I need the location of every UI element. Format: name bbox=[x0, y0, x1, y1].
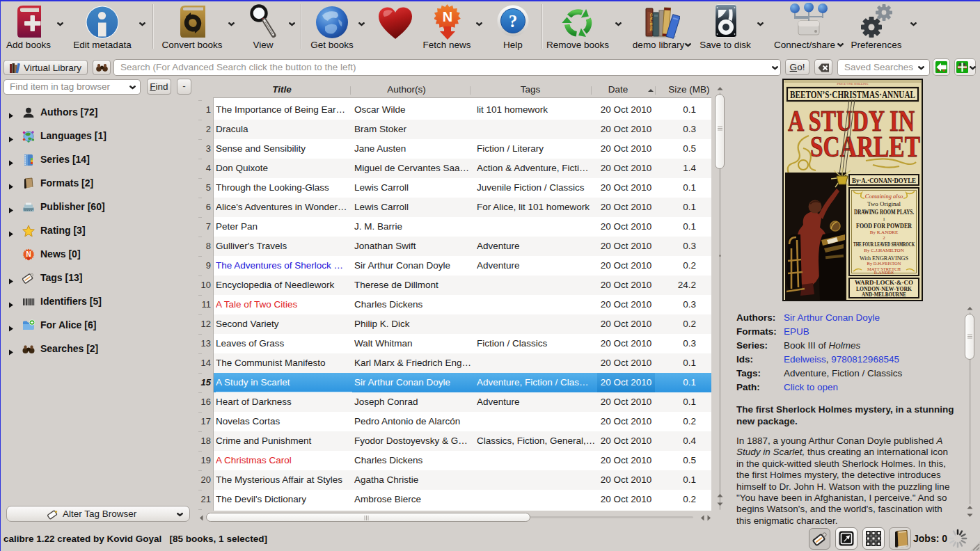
svg-text:FOOD FOR POWDER: FOOD FOR POWDER bbox=[856, 222, 912, 230]
svg-text:N: N bbox=[26, 250, 31, 258]
svg-text:THE FOUR LEAVED SHAMROCK: THE FOUR LEAVED SHAMROCK bbox=[853, 241, 915, 248]
svg-text:Containing also: Containing also bbox=[865, 193, 903, 200]
svg-text:By C.J.HAMILTON: By C.J.HAMILTON bbox=[864, 248, 903, 253]
svg-text:By R.ANDRE: By R.ANDRE bbox=[870, 230, 898, 235]
svg-text:N: N bbox=[443, 9, 452, 24]
svg-text:AND·MELBOURNE: AND·MELBOURNE bbox=[862, 292, 906, 298]
svg-text:PRICE ONE SHILLING: PRICE ONE SHILLING bbox=[837, 82, 869, 86]
svg-text:DRAWING ROOM PLAYS.: DRAWING ROOM PLAYS. bbox=[854, 209, 914, 216]
svg-text:By D.H.FRISTON: By D.H.FRISTON bbox=[867, 261, 901, 266]
svg-text:WARD·LOCK·&·CO: WARD·LOCK·&·CO bbox=[855, 279, 913, 286]
svg-text:SCARLET: SCARLET bbox=[810, 131, 920, 163]
svg-text:R.ANDRE: R.ANDRE bbox=[874, 270, 894, 275]
svg-text:1: 1 bbox=[883, 216, 885, 222]
svg-text:BEETON’S·CHRISTMAS·ANNUAL: BEETON’S·CHRISTMAS·ANNUAL bbox=[790, 89, 915, 100]
svg-text:2: 2 bbox=[883, 235, 885, 241]
svg-text:Two Original: Two Original bbox=[867, 200, 901, 207]
svg-text:By·A.·CONAN·DOYLE: By·A.·CONAN·DOYLE bbox=[852, 177, 916, 184]
svg-text:?: ? bbox=[509, 12, 518, 31]
